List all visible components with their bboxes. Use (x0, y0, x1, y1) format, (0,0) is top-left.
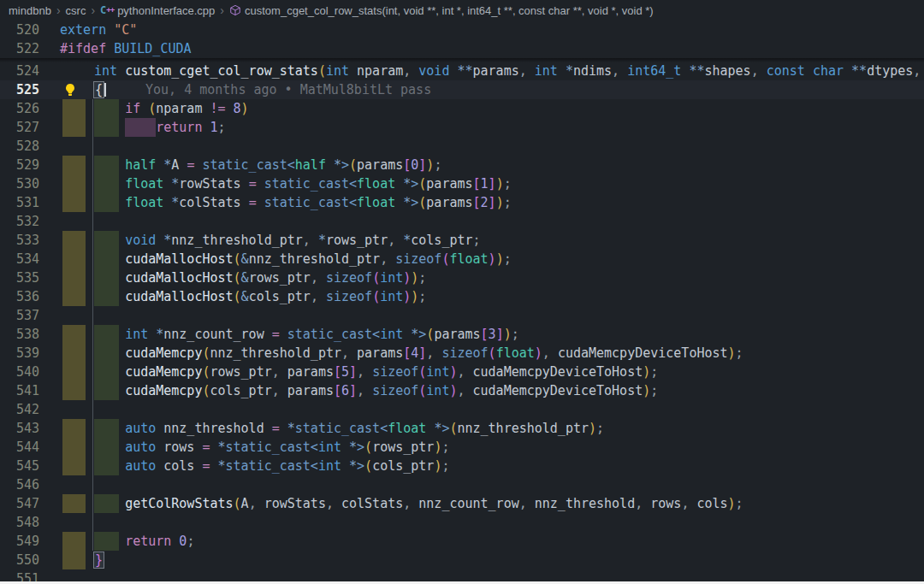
line-number[interactable]: 531 (0, 193, 39, 212)
git-modified-gutter (62, 231, 86, 250)
code-text: return 1; (94, 118, 226, 137)
code-text: cudaMemcpy(nnz_threshold_ptr, params[4],… (94, 344, 743, 363)
code-line-532[interactable]: 532 (0, 212, 924, 231)
git-modified-gutter (62, 457, 86, 475)
git-modified-gutter (62, 344, 86, 363)
code-line-528[interactable]: 528 (0, 137, 924, 156)
code-line-531[interactable]: 531 float *colStats = static_cast<float … (0, 193, 924, 212)
code-line-538[interactable]: 538 int *nnz_count_row = static_cast<int… (0, 325, 924, 344)
line-number[interactable]: 547 (0, 494, 39, 513)
code-line-536[interactable]: 536 cudaMallocHost(&cols_ptr, sizeof(int… (0, 287, 924, 306)
git-modified-gutter (62, 118, 86, 137)
breadcrumb-separator: › (56, 4, 61, 16)
line-number[interactable]: 536 (0, 287, 39, 306)
code-line-529[interactable]: 529 half *A = static_cast<half *>(params… (0, 156, 924, 174)
line-number[interactable]: 530 (0, 174, 39, 193)
line-number[interactable]: 540 (0, 363, 39, 381)
git-modified-gutter (62, 325, 86, 344)
breadcrumb-item-project[interactable]: mindbnb (9, 4, 51, 17)
line-number[interactable]: 541 (0, 381, 39, 400)
line-number[interactable]: 520 (0, 21, 39, 39)
line-number[interactable]: 544 (0, 438, 39, 457)
breadcrumb-item-folder[interactable]: csrc (66, 4, 86, 17)
code-text: cudaMallocHost(&rows_ptr, sizeof(int)); (94, 268, 426, 287)
code-line-537[interactable]: 537 (0, 306, 924, 325)
code-line-540[interactable]: 540 cudaMemcpy(rows_ptr, params[5], size… (0, 363, 924, 381)
line-number[interactable]: 550 (0, 551, 39, 569)
line-number[interactable]: 528 (0, 137, 39, 156)
breadcrumb-item-file[interactable]: pythonInterface.cpp (117, 4, 215, 17)
breadcrumb-separator: › (91, 4, 95, 16)
code-line-525[interactable]: 525{You, 4 months ago • MatMul8bitLt pas… (0, 80, 924, 99)
git-modified-gutter (62, 174, 86, 193)
line-number[interactable]: 537 (0, 306, 39, 325)
code-line-544[interactable]: 544 auto rows = *static_cast<int *>(rows… (0, 438, 924, 457)
code-line-550[interactable]: 550} (0, 551, 924, 569)
breadcrumb-separator: › (220, 4, 224, 16)
code-text: #ifdef BUILD_CUDA (60, 39, 192, 58)
lightbulb-icon[interactable] (63, 83, 77, 97)
git-modified-gutter (62, 193, 86, 212)
code-line-548[interactable]: 548 (0, 513, 924, 532)
line-number[interactable]: 524 (0, 62, 39, 80)
code-line-522[interactable]: 522#ifdef BUILD_CUDA (0, 39, 924, 58)
code-line-535[interactable]: 535 cudaMallocHost(&rows_ptr, sizeof(int… (0, 268, 924, 287)
breadcrumb-item-symbol[interactable]: custom_cget_col_row_stats(int, void **, … (245, 4, 654, 17)
code-line-533[interactable]: 533 void *nnz_threshold_ptr, *rows_ptr, … (0, 231, 924, 250)
code-text: extern "C" (60, 21, 137, 39)
line-number[interactable]: 527 (0, 118, 39, 137)
line-number[interactable]: 529 (0, 156, 39, 174)
code-line-520[interactable]: 520extern "C" (0, 21, 924, 39)
git-modified-gutter (62, 363, 86, 381)
code-line-546[interactable]: 546 (0, 475, 924, 494)
code-line-526[interactable]: 526 if (nparam != 8) (0, 99, 924, 118)
code-line-545[interactable]: 545 auto cols = *static_cast<int *>(cols… (0, 457, 924, 475)
line-number[interactable]: 546 (0, 475, 39, 494)
line-number[interactable]: 522 (0, 39, 39, 58)
line-number[interactable]: 525 (0, 80, 39, 99)
line-number[interactable]: 545 (0, 457, 39, 475)
code-line-547[interactable]: 547 getColRowStats(A, rowStats, colStats… (0, 494, 924, 513)
git-modified-gutter (62, 287, 86, 306)
code-text: float *rowStats = static_cast<float *>(p… (94, 174, 512, 193)
code-text: return 0; (94, 532, 194, 551)
git-modified-gutter (62, 99, 86, 118)
code-text: if (nparam != 8) (94, 99, 249, 118)
git-modified-gutter (62, 381, 86, 400)
git-modified-gutter (62, 419, 86, 438)
line-number[interactable]: 526 (0, 99, 39, 118)
code-line-530[interactable]: 530 float *rowStats = static_cast<float … (0, 174, 924, 193)
line-number[interactable]: 539 (0, 344, 39, 363)
code-text: void *nnz_threshold_ptr, *rows_ptr, *col… (94, 231, 481, 250)
symbol-cube-icon (229, 4, 241, 16)
line-number[interactable]: 542 (0, 400, 39, 419)
code-text: getColRowStats(A, rowStats, colStats, nn… (94, 494, 743, 513)
code-line-543[interactable]: 543 auto nnz_threshold = *static_cast<fl… (0, 419, 924, 438)
line-number[interactable]: 548 (0, 513, 39, 532)
code-line-527[interactable]: 527 return 1; (0, 118, 924, 137)
line-number[interactable]: 549 (0, 532, 39, 551)
git-modified-gutter (62, 532, 86, 551)
git-modified-gutter (62, 250, 86, 268)
code-text: int custom_cget_col_row_stats(int nparam… (94, 62, 921, 80)
code-line-534[interactable]: 534 cudaMallocHost(&nnz_threshold_ptr, s… (0, 250, 924, 268)
git-modified-gutter (62, 551, 86, 569)
line-number[interactable]: 538 (0, 325, 39, 344)
code-text: cudaMallocHost(&nnz_threshold_ptr, sizeo… (94, 250, 512, 268)
code-line-541[interactable]: 541 cudaMemcpy(cols_ptr, params[6], size… (0, 381, 924, 400)
code-line-539[interactable]: 539 cudaMemcpy(nnz_threshold_ptr, params… (0, 344, 924, 363)
git-modified-gutter (62, 156, 86, 174)
code-text: auto nnz_threshold = *static_cast<float … (94, 419, 604, 438)
line-number[interactable]: 534 (0, 250, 39, 268)
line-number[interactable]: 532 (0, 212, 39, 231)
line-number[interactable]: 543 (0, 419, 39, 438)
code-line-542[interactable]: 542 (0, 400, 924, 419)
code-line-524[interactable]: 524int custom_cget_col_row_stats(int npa… (0, 62, 924, 80)
git-modified-gutter (62, 494, 86, 513)
line-number[interactable]: 533 (0, 231, 39, 250)
git-blame-annotation: You, 4 months ago • MatMul8bitLt pass (145, 82, 431, 97)
code-line-549[interactable]: 549 return 0; (0, 532, 924, 551)
code-text: cudaMemcpy(cols_ptr, params[6], sizeof(i… (94, 381, 658, 400)
git-modified-gutter (62, 438, 86, 457)
line-number[interactable]: 535 (0, 268, 39, 287)
